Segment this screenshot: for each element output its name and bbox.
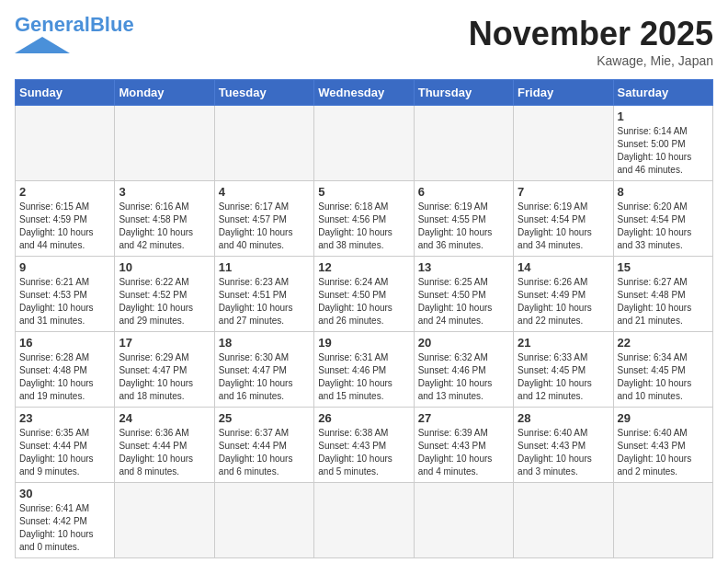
day-cell: 10Sunrise: 6:22 AM Sunset: 4:52 PM Dayli… [115, 257, 214, 332]
week-row-1: 1Sunrise: 6:14 AM Sunset: 5:00 PM Daylig… [16, 106, 713, 181]
day-number: 4 [219, 185, 310, 199]
day-info: Sunrise: 6:23 AM Sunset: 4:51 PM Dayligh… [219, 276, 310, 327]
day-info: Sunrise: 6:22 AM Sunset: 4:52 PM Dayligh… [119, 276, 210, 327]
day-cell: 9Sunrise: 6:21 AM Sunset: 4:53 PM Daylig… [16, 257, 115, 332]
weekday-header-sunday: Sunday [16, 80, 115, 106]
day-cell: 22Sunrise: 6:34 AM Sunset: 4:45 PM Dayli… [613, 332, 712, 408]
day-cell: 29Sunrise: 6:40 AM Sunset: 4:43 PM Dayli… [613, 408, 712, 483]
week-row-2: 2Sunrise: 6:15 AM Sunset: 4:59 PM Daylig… [16, 181, 713, 257]
day-number: 7 [518, 185, 609, 199]
day-number: 8 [618, 185, 709, 199]
day-number: 13 [418, 260, 509, 274]
day-cell: 18Sunrise: 6:30 AM Sunset: 4:47 PM Dayli… [214, 332, 313, 408]
day-cell [115, 483, 214, 558]
day-info: Sunrise: 6:28 AM Sunset: 4:48 PM Dayligh… [19, 351, 110, 403]
day-cell: 30Sunrise: 6:41 AM Sunset: 4:42 PM Dayli… [16, 483, 115, 558]
day-cell: 26Sunrise: 6:38 AM Sunset: 4:43 PM Dayli… [314, 408, 414, 483]
day-cell [115, 106, 214, 181]
day-number: 12 [318, 260, 409, 274]
day-number: 24 [119, 411, 210, 425]
day-number: 21 [518, 336, 609, 350]
day-info: Sunrise: 6:14 AM Sunset: 5:00 PM Dayligh… [618, 125, 709, 177]
day-number: 19 [318, 336, 409, 350]
day-cell: 4Sunrise: 6:17 AM Sunset: 4:57 PM Daylig… [214, 181, 313, 257]
day-cell: 23Sunrise: 6:35 AM Sunset: 4:44 PM Dayli… [16, 408, 115, 483]
day-cell [514, 483, 613, 558]
day-cell [314, 106, 414, 181]
day-info: Sunrise: 6:24 AM Sunset: 4:50 PM Dayligh… [318, 276, 409, 327]
day-info: Sunrise: 6:25 AM Sunset: 4:50 PM Dayligh… [418, 276, 509, 327]
day-cell: 6Sunrise: 6:19 AM Sunset: 4:55 PM Daylig… [414, 181, 513, 257]
day-cell: 28Sunrise: 6:40 AM Sunset: 4:43 PM Dayli… [514, 408, 613, 483]
day-number: 17 [119, 336, 210, 350]
day-cell: 7Sunrise: 6:19 AM Sunset: 4:54 PM Daylig… [514, 181, 613, 257]
location: Kawage, Mie, Japan [469, 53, 713, 68]
day-info: Sunrise: 6:35 AM Sunset: 4:44 PM Dayligh… [19, 427, 110, 478]
day-cell: 19Sunrise: 6:31 AM Sunset: 4:46 PM Dayli… [314, 332, 414, 408]
day-cell: 11Sunrise: 6:23 AM Sunset: 4:51 PM Dayli… [214, 257, 313, 332]
day-cell: 12Sunrise: 6:24 AM Sunset: 4:50 PM Dayli… [314, 257, 414, 332]
day-cell: 17Sunrise: 6:29 AM Sunset: 4:47 PM Dayli… [115, 332, 214, 408]
day-number: 15 [618, 260, 709, 274]
day-cell: 27Sunrise: 6:39 AM Sunset: 4:43 PM Dayli… [414, 408, 513, 483]
day-cell: 3Sunrise: 6:16 AM Sunset: 4:58 PM Daylig… [115, 181, 214, 257]
calendar: SundayMondayTuesdayWednesdayThursdayFrid… [15, 79, 713, 558]
day-cell [414, 483, 513, 558]
day-cell: 2Sunrise: 6:15 AM Sunset: 4:59 PM Daylig… [16, 181, 115, 257]
day-info: Sunrise: 6:40 AM Sunset: 4:43 PM Dayligh… [618, 427, 709, 478]
day-cell: 13Sunrise: 6:25 AM Sunset: 4:50 PM Dayli… [414, 257, 513, 332]
day-number: 10 [119, 260, 210, 274]
day-cell [16, 106, 115, 181]
day-number: 20 [418, 336, 509, 350]
weekday-header-tuesday: Tuesday [214, 80, 313, 106]
day-cell: 15Sunrise: 6:27 AM Sunset: 4:48 PM Dayli… [613, 257, 712, 332]
weekday-header-thursday: Thursday [414, 80, 513, 106]
week-row-6: 30Sunrise: 6:41 AM Sunset: 4:42 PM Dayli… [16, 483, 713, 558]
weekday-header-saturday: Saturday [613, 80, 712, 106]
day-info: Sunrise: 6:41 AM Sunset: 4:42 PM Dayligh… [19, 502, 110, 554]
day-info: Sunrise: 6:40 AM Sunset: 4:43 PM Dayligh… [518, 427, 609, 478]
logo-text: GeneralBlue [15, 15, 134, 35]
day-cell: 14Sunrise: 6:26 AM Sunset: 4:49 PM Dayli… [514, 257, 613, 332]
logo-icon [15, 37, 70, 53]
day-info: Sunrise: 6:39 AM Sunset: 4:43 PM Dayligh… [418, 427, 509, 478]
day-info: Sunrise: 6:36 AM Sunset: 4:44 PM Dayligh… [119, 427, 210, 478]
day-number: 16 [19, 336, 110, 350]
day-info: Sunrise: 6:29 AM Sunset: 4:47 PM Dayligh… [119, 351, 210, 403]
day-cell [214, 106, 313, 181]
day-cell [514, 106, 613, 181]
day-cell [214, 483, 313, 558]
day-number: 26 [318, 411, 409, 425]
title-area: November 2025 Kawage, Mie, Japan [469, 15, 713, 68]
day-cell [314, 483, 414, 558]
week-row-5: 23Sunrise: 6:35 AM Sunset: 4:44 PM Dayli… [16, 408, 713, 483]
weekday-header-monday: Monday [115, 80, 214, 106]
day-info: Sunrise: 6:27 AM Sunset: 4:48 PM Dayligh… [618, 276, 709, 327]
svg-marker-0 [15, 37, 70, 53]
week-row-3: 9Sunrise: 6:21 AM Sunset: 4:53 PM Daylig… [16, 257, 713, 332]
month-title: November 2025 [469, 15, 713, 53]
day-info: Sunrise: 6:31 AM Sunset: 4:46 PM Dayligh… [318, 351, 409, 403]
day-number: 9 [19, 260, 110, 274]
day-cell: 5Sunrise: 6:18 AM Sunset: 4:56 PM Daylig… [314, 181, 414, 257]
day-info: Sunrise: 6:21 AM Sunset: 4:53 PM Dayligh… [19, 276, 110, 327]
day-cell: 24Sunrise: 6:36 AM Sunset: 4:44 PM Dayli… [115, 408, 214, 483]
week-row-4: 16Sunrise: 6:28 AM Sunset: 4:48 PM Dayli… [16, 332, 713, 408]
day-info: Sunrise: 6:33 AM Sunset: 4:45 PM Dayligh… [518, 351, 609, 403]
day-info: Sunrise: 6:37 AM Sunset: 4:44 PM Dayligh… [219, 427, 310, 478]
day-number: 1 [618, 109, 709, 123]
day-cell: 21Sunrise: 6:33 AM Sunset: 4:45 PM Dayli… [514, 332, 613, 408]
day-info: Sunrise: 6:17 AM Sunset: 4:57 PM Dayligh… [219, 201, 310, 252]
day-info: Sunrise: 6:20 AM Sunset: 4:54 PM Dayligh… [618, 201, 709, 252]
day-info: Sunrise: 6:16 AM Sunset: 4:58 PM Dayligh… [119, 201, 210, 252]
weekday-header-wednesday: Wednesday [314, 80, 414, 106]
day-number: 28 [518, 411, 609, 425]
logo: GeneralBlue [15, 15, 134, 53]
day-info: Sunrise: 6:19 AM Sunset: 4:55 PM Dayligh… [418, 201, 509, 252]
day-info: Sunrise: 6:18 AM Sunset: 4:56 PM Dayligh… [318, 201, 409, 252]
logo-blue: Blue [90, 13, 134, 36]
day-cell [613, 483, 712, 558]
logo-general: General [15, 13, 90, 36]
day-number: 18 [219, 336, 310, 350]
day-info: Sunrise: 6:19 AM Sunset: 4:54 PM Dayligh… [518, 201, 609, 252]
